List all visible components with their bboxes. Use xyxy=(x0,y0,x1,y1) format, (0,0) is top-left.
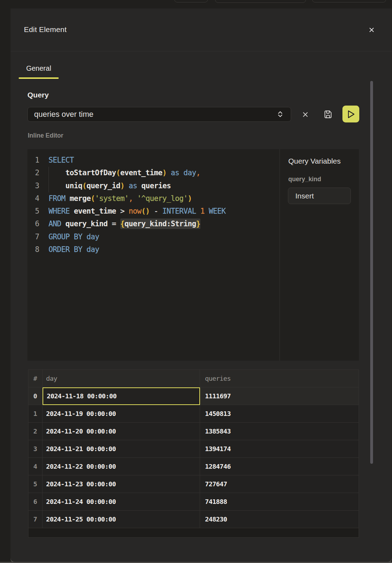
table-row: 72024-11-25 00:00:00248230 xyxy=(28,511,359,528)
day-cell[interactable]: 2024-11-24 00:00:00 xyxy=(43,493,200,511)
day-cell[interactable]: 2024-11-19 00:00:00 xyxy=(43,405,200,423)
queries-cell[interactable]: 1284746 xyxy=(200,458,359,475)
query-section-label: Query xyxy=(27,91,49,99)
column-header-day[interactable]: day xyxy=(43,370,200,387)
inline-editor-label: Inline Editor xyxy=(28,132,63,139)
table-footer-strip xyxy=(28,528,359,537)
table-row: 32024-11-21 00:00:001394174 xyxy=(28,440,359,458)
row-index-cell: 0 xyxy=(28,387,43,405)
table-row: 62024-11-24 00:00:00741888 xyxy=(28,493,359,511)
run-query-button[interactable] xyxy=(342,106,359,122)
row-index-cell: 3 xyxy=(28,440,43,458)
query-select[interactable]: queries over time xyxy=(27,107,291,122)
code-line: SELECT xyxy=(49,154,226,166)
day-cell[interactable]: 2024-11-20 00:00:00 xyxy=(43,423,200,440)
editor-panel-divider xyxy=(279,149,280,361)
close-icon xyxy=(369,28,374,32)
code-line: AND query_kind = {query_kind:String} xyxy=(49,217,226,230)
insert-variable-button[interactable]: Insert xyxy=(288,188,351,204)
day-cell[interactable]: 2024-11-18 00:00:00 xyxy=(43,387,200,405)
query-param-token: {query_kind:String} xyxy=(120,219,200,229)
day-cell[interactable]: 2024-11-23 00:00:00 xyxy=(43,475,200,493)
column-header-queries[interactable]: queries xyxy=(200,370,359,387)
modal-title: Edit Element xyxy=(24,25,66,34)
code-line: toStartOfDay(event_time) as day, xyxy=(49,166,226,179)
clear-query-button[interactable] xyxy=(300,109,311,120)
save-icon xyxy=(323,109,333,119)
queries-cell[interactable]: 1111697 xyxy=(200,387,359,405)
query-select-value: queries over time xyxy=(34,110,94,119)
row-index-cell: 1 xyxy=(28,405,43,423)
code-line: GROUP BY day xyxy=(49,230,226,243)
row-index-cell: 5 xyxy=(28,475,43,493)
chevrons-up-down-icon xyxy=(278,111,282,117)
sql-editor[interactable]: 1 2 3 4 5 6 7 8 SELECT toStartOfDay(even… xyxy=(27,149,359,361)
queries-cell[interactable]: 741888 xyxy=(200,493,359,511)
day-cell[interactable]: 2024-11-25 00:00:00 xyxy=(43,511,200,528)
table-row: 12024-11-19 00:00:001450813 xyxy=(28,405,359,423)
column-header-index: # xyxy=(28,370,43,387)
code-line: FROM merge('system', '^query_log') xyxy=(49,192,226,205)
modal-scrollbar-thumb[interactable] xyxy=(370,81,373,464)
row-index-cell: 6 xyxy=(28,493,43,511)
code-line: WHERE event_time > now() - INTERVAL 1 WE… xyxy=(49,205,226,217)
results-table: #dayqueries02024-11-18 00:00:00111169712… xyxy=(28,369,359,538)
query-variables-title: Query Variables xyxy=(288,157,341,165)
table-row: 02024-11-18 00:00:001111697 xyxy=(28,387,359,405)
day-cell[interactable]: 2024-11-21 00:00:00 xyxy=(43,440,200,458)
table-row: 22024-11-20 00:00:001385843 xyxy=(28,423,359,440)
code-line: uniq(query_id) as queries xyxy=(49,179,226,192)
queries-cell[interactable]: 1385843 xyxy=(200,423,359,440)
row-index-cell: 2 xyxy=(28,423,43,440)
day-cell[interactable]: 2024-11-22 00:00:00 xyxy=(43,458,200,475)
row-index-cell: 7 xyxy=(28,511,43,528)
edit-element-modal: Edit Element General Query queries over … xyxy=(11,8,392,562)
row-index-cell: 4 xyxy=(28,458,43,475)
table-row: 52024-11-23 00:00:00727647 xyxy=(28,475,359,493)
queries-cell[interactable]: 1450813 xyxy=(200,405,359,423)
close-button[interactable] xyxy=(366,24,377,36)
play-icon xyxy=(342,106,359,122)
code-line: ORDER BY day xyxy=(49,243,226,256)
toolbar-button-outline-2[interactable] xyxy=(215,0,306,3)
editor-line-numbers: 1 2 3 4 5 6 7 8 xyxy=(27,154,39,256)
tab-active-underline xyxy=(19,77,59,79)
tab-general[interactable]: General xyxy=(19,62,59,75)
header-divider xyxy=(11,51,392,51)
toolbar-button-outline-1[interactable] xyxy=(174,0,208,2)
toolbar-button-outline-3[interactable] xyxy=(312,0,386,2)
table-header-row: #dayqueries xyxy=(28,370,359,387)
query-variable-name: query_kind xyxy=(288,176,321,183)
save-query-button[interactable] xyxy=(321,108,335,121)
editor-code[interactable]: SELECT toStartOfDay(event_time) as day, … xyxy=(49,154,226,256)
queries-cell[interactable]: 727647 xyxy=(200,475,359,493)
table-row: 42024-11-22 00:00:001284746 xyxy=(28,458,359,475)
queries-cell[interactable]: 248230 xyxy=(200,511,359,528)
close-icon xyxy=(303,112,308,117)
queries-cell[interactable]: 1394174 xyxy=(200,440,359,458)
